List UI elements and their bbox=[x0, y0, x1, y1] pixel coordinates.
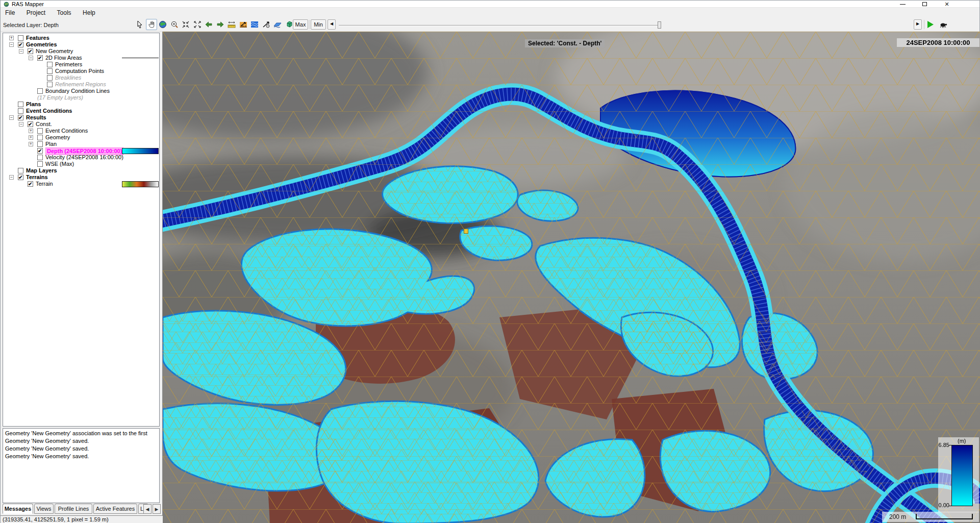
tree-item-terrains[interactable]: −✔Terrains bbox=[3, 174, 159, 181]
layer-checkbox-terrains[interactable]: ✔ bbox=[18, 175, 23, 180]
tree-item-depth-24sep2008-10-00-00[interactable]: ✔Depth (24SEP2008 10:00:00) bbox=[3, 147, 159, 154]
animation-slider-thumb[interactable] bbox=[658, 21, 661, 29]
expand-icon[interactable]: + bbox=[29, 129, 33, 133]
layer-checkbox-depth-24sep2008-10-00-00[interactable]: ✔ bbox=[37, 148, 43, 154]
frame-back-button[interactable]: ◀ bbox=[328, 19, 336, 30]
layer-tree[interactable]: +Features−✔Geometries−✔New Geometry−✔2D … bbox=[3, 33, 160, 427]
layer-checkbox-plans[interactable] bbox=[18, 102, 23, 107]
tree-item-velocity-24sep2008-16-00-00[interactable]: Velocity (24SEP2008 16:00:00) bbox=[3, 154, 159, 161]
layer-checkbox-refinement-regions[interactable] bbox=[47, 82, 53, 87]
tree-item-label[interactable]: Const. bbox=[36, 121, 52, 128]
menu-project[interactable]: Project bbox=[22, 8, 50, 18]
menu-help[interactable]: Help bbox=[78, 8, 100, 18]
layer-checkbox-terrain[interactable]: ✔ bbox=[28, 181, 33, 187]
min-button[interactable]: Min bbox=[311, 19, 326, 30]
tree-item-features[interactable]: +Features bbox=[3, 35, 159, 41]
layer-checkbox-boundary-condition-lines[interactable] bbox=[37, 88, 43, 94]
tree-item-label[interactable]: Terrain bbox=[36, 181, 53, 187]
tab-profile-lines[interactable]: Profile Lines bbox=[55, 504, 92, 514]
measure-tool-icon[interactable] bbox=[226, 19, 237, 30]
tab-scroll-right-button[interactable]: ▶ bbox=[153, 504, 161, 514]
maximize-button[interactable] bbox=[916, 1, 934, 8]
tree-item-label[interactable]: Refinement Regions bbox=[55, 81, 106, 88]
play-button[interactable] bbox=[927, 21, 934, 28]
tree-item-computation-points[interactable]: Computation Points bbox=[3, 68, 159, 74]
max-button[interactable]: Max bbox=[293, 19, 308, 30]
layer-checkbox-velocity-24sep2008-16-00-00[interactable] bbox=[37, 155, 43, 160]
tree-item-geometries[interactable]: −✔Geometries bbox=[3, 41, 159, 48]
tree-item-boundary-condition-lines[interactable]: Boundary Condition Lines bbox=[3, 88, 159, 94]
animation-slider[interactable] bbox=[339, 25, 659, 26]
tree-item-label[interactable]: Boundary Condition Lines bbox=[45, 88, 110, 94]
previous-view-arrow-icon[interactable] bbox=[203, 19, 214, 30]
collapse-icon[interactable]: − bbox=[9, 115, 14, 120]
tree-item-plans[interactable]: Plans bbox=[3, 101, 159, 108]
zoom-extents-globe-icon[interactable] bbox=[157, 19, 168, 30]
tab-views[interactable]: Views bbox=[34, 504, 54, 514]
mesh-edit-icon[interactable] bbox=[249, 19, 260, 30]
tree-item-geometry[interactable]: +Geometry bbox=[3, 134, 159, 141]
tree-item-label[interactable]: Velocity (24SEP2008 16:00:00) bbox=[45, 154, 123, 161]
layer-checkbox-features[interactable] bbox=[18, 35, 23, 41]
tree-item-new-geometry[interactable]: −✔New Geometry bbox=[3, 48, 159, 55]
layer-checkbox-results[interactable]: ✔ bbox=[18, 115, 23, 120]
collapse-icon[interactable]: − bbox=[29, 56, 33, 60]
layer-checkbox-geometry[interactable] bbox=[37, 135, 43, 140]
menu-tools[interactable]: Tools bbox=[53, 8, 76, 18]
menu-file[interactable]: File bbox=[1, 8, 19, 18]
tree-item-wse-max[interactable]: WSE (Max) bbox=[3, 161, 159, 167]
profile-arrow-icon[interactable] bbox=[261, 19, 272, 30]
tree-item-breaklines[interactable]: Breaklines bbox=[3, 74, 159, 81]
zoom-window-icon[interactable] bbox=[180, 19, 191, 30]
layer-checkbox-2d-flow-areas[interactable]: ✔ bbox=[37, 55, 43, 61]
collapse-icon[interactable]: − bbox=[19, 49, 23, 54]
tree-item-terrain[interactable]: ✔Terrain bbox=[3, 181, 159, 187]
tree-item-label[interactable]: 2D Flow Areas bbox=[45, 55, 82, 61]
select-arrow-icon[interactable] bbox=[134, 19, 145, 30]
tree-item-refinement-regions[interactable]: Refinement Regions bbox=[3, 81, 159, 88]
pan-hand-icon[interactable] bbox=[146, 19, 157, 30]
close-button[interactable]: ✕ bbox=[938, 1, 956, 8]
terrain-edit-icon[interactable] bbox=[238, 19, 249, 30]
layer-checkbox-wse-max[interactable] bbox=[37, 161, 43, 167]
layer-checkbox-plan[interactable] bbox=[37, 141, 43, 147]
layer-checkbox-perimeters[interactable] bbox=[47, 62, 53, 67]
full-extent-icon[interactable] bbox=[192, 19, 203, 30]
tree-item-label[interactable]: Features bbox=[26, 35, 49, 41]
layer-checkbox-breaklines[interactable] bbox=[47, 75, 53, 81]
tree-item-const[interactable]: −✔Const. bbox=[3, 121, 159, 128]
tree-item-label[interactable]: Plans bbox=[26, 101, 41, 108]
tree-item-label[interactable]: Breaklines bbox=[55, 74, 81, 81]
tree-item-label[interactable]: Plan bbox=[45, 141, 57, 147]
turtle-speed-icon[interactable] bbox=[938, 20, 948, 29]
map-view[interactable]: Selected: 'Const. - Depth' 24SEP2008 10:… bbox=[163, 32, 980, 523]
layer-checkbox-const[interactable]: ✔ bbox=[28, 121, 33, 127]
tree-item-perimeters[interactable]: Perimeters bbox=[3, 61, 159, 68]
expand-icon[interactable]: + bbox=[29, 135, 33, 140]
tree-item-label[interactable]: Map Layers bbox=[26, 167, 57, 174]
tree-item-17-empty-layers[interactable]: (17 Empty Layers) bbox=[3, 94, 159, 101]
tab-scroll-left-button[interactable]: ◀ bbox=[143, 504, 152, 514]
layer-checkbox-map-layers[interactable] bbox=[18, 168, 23, 173]
tab-active-features[interactable]: Active Features bbox=[93, 504, 137, 514]
minimize-button[interactable] bbox=[894, 1, 912, 8]
tree-item-label[interactable]: Geometry bbox=[45, 134, 70, 141]
water-surface-icon[interactable] bbox=[272, 19, 283, 30]
tree-item-label[interactable]: Geometries bbox=[26, 41, 57, 48]
collapse-icon[interactable]: − bbox=[19, 122, 23, 127]
tree-item-label[interactable]: Perimeters bbox=[55, 61, 82, 68]
layer-checkbox-computation-points[interactable] bbox=[47, 68, 53, 74]
tree-item-label[interactable]: Computation Points bbox=[55, 68, 104, 74]
tab-messages[interactable]: Messages bbox=[3, 504, 33, 514]
tree-item-label[interactable]: (17 Empty Layers) bbox=[37, 94, 83, 101]
zoom-in-icon[interactable] bbox=[169, 19, 180, 30]
layer-checkbox-event-conditions[interactable] bbox=[18, 108, 23, 114]
expand-icon[interactable]: + bbox=[29, 142, 33, 146]
next-view-arrow-icon[interactable] bbox=[215, 19, 226, 30]
layer-checkbox-event-conditions[interactable] bbox=[37, 128, 43, 134]
tree-item-map-layers[interactable]: Map Layers bbox=[3, 167, 159, 174]
tree-item-label[interactable]: Terrains bbox=[26, 174, 48, 181]
collapse-icon[interactable]: − bbox=[9, 42, 14, 47]
tree-item-event-conditions[interactable]: +Event Conditions bbox=[3, 128, 159, 134]
tree-item-label[interactable]: Event Conditions bbox=[26, 108, 72, 114]
